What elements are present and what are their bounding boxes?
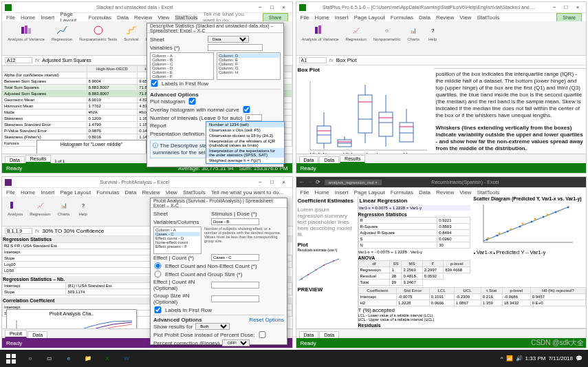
effect-input[interactable] xyxy=(211,254,259,261)
variance-icon[interactable] xyxy=(314,24,326,36)
share-button[interactable]: Share xyxy=(263,13,288,22)
vars-source-list[interactable]: Column - AColumn - BColumn - CColumn - D… xyxy=(150,52,214,80)
tray-date[interactable]: 7/11/2018 xyxy=(548,355,573,361)
plot-hist-check[interactable] xyxy=(188,98,197,105)
minimize-button[interactable]: − xyxy=(549,4,560,11)
worksheet[interactable]: Linear Regression Var1-x = 0.0075 + 1.22… xyxy=(358,196,587,328)
labels-check[interactable] xyxy=(153,306,162,313)
excel-icon xyxy=(299,4,306,11)
overlay-check[interactable] xyxy=(242,106,251,113)
nonparam-icon[interactable]: ○ xyxy=(380,24,393,36)
menu-formulas[interactable]: Formulas xyxy=(89,14,111,21)
percent-select[interactable]: OFF% xyxy=(222,339,250,346)
svg-point-54 xyxy=(307,274,309,275)
plot-probit-check[interactable] xyxy=(258,331,267,338)
edge-icon[interactable]: e xyxy=(59,351,78,366)
maximize-button[interactable]: □ xyxy=(267,179,278,186)
size2-input[interactable] xyxy=(211,295,259,302)
menu-view[interactable]: View xyxy=(157,14,169,21)
maximize-button[interactable]: □ xyxy=(267,4,278,11)
vars-selected-list[interactable]: Column: DColumn: EColumn: FColumn: GColu… xyxy=(217,52,281,80)
variance-icon[interactable] xyxy=(20,24,32,36)
reset-link[interactable]: Reset Options xyxy=(249,317,284,323)
survival-icon[interactable] xyxy=(125,24,138,36)
charts-icon[interactable]: 📊 xyxy=(407,24,420,36)
svg-point-72 xyxy=(534,218,536,220)
minimize-button[interactable]: − xyxy=(255,4,266,11)
menu-file[interactable]: File xyxy=(6,14,15,21)
search-icon[interactable]: ○ xyxy=(21,351,40,366)
tray-time[interactable]: 1:33 PM xyxy=(525,355,546,361)
cell-ref[interactable] xyxy=(5,228,32,234)
boxplot-chart[interactable]: High Non-OECDHigh OECDLowLower-middleUpp… xyxy=(296,74,434,154)
fx-icon[interactable]: fx xyxy=(35,57,39,63)
svg-point-68 xyxy=(488,238,490,240)
variance-icon[interactable] xyxy=(9,199,21,211)
close-button[interactable]: × xyxy=(572,4,583,11)
tab-data[interactable]: Data xyxy=(5,156,25,163)
svg-rect-77 xyxy=(12,359,16,364)
labels-first-check[interactable] xyxy=(150,80,159,87)
tab-results[interactable]: Results xyxy=(25,155,51,163)
radio-effect-noneffect[interactable] xyxy=(153,262,162,269)
regression-icon[interactable]: 📈 xyxy=(34,199,47,211)
menu-home[interactable]: Home xyxy=(21,14,35,21)
help-icon[interactable]: ? xyxy=(77,199,89,211)
share-button[interactable]: Share xyxy=(556,13,582,22)
tray-notifications-icon[interactable]: 💬 xyxy=(576,355,582,361)
start-button[interactable] xyxy=(1,351,21,366)
svg-point-65 xyxy=(543,216,545,218)
close-button[interactable]: × xyxy=(279,179,290,186)
intervals-input[interactable] xyxy=(246,114,262,121)
window-title: StatPlus Pro 6.5.1-0 – [C:\Users\me\AppD… xyxy=(309,5,549,10)
report-dropdown[interactable]: Number of 1234 (cell) Observation x Obs … xyxy=(206,121,285,164)
taskbar: ○ ▭ e 📁 X W ^ 📶 🔊 1:33 PM 7/11/2018 💬 xyxy=(0,350,588,367)
menu-review[interactable]: Review xyxy=(134,14,152,21)
eff2-input[interactable] xyxy=(211,282,259,289)
svg-point-71 xyxy=(522,223,524,225)
forward-icon[interactable]: → xyxy=(307,179,313,185)
menu-data[interactable]: Data xyxy=(117,14,129,21)
svg-point-3 xyxy=(94,26,102,34)
regression-icon[interactable]: 📈 xyxy=(350,24,362,36)
cell-ref[interactable] xyxy=(299,57,327,63)
maximize-button[interactable]: □ xyxy=(560,4,571,11)
sheet-select[interactable]: Data xyxy=(208,36,249,43)
vars-list[interactable]: Column - ACases - CEffect count - DNone-… xyxy=(153,227,202,254)
svg-point-67 xyxy=(567,207,569,209)
svg-rect-74 xyxy=(6,354,10,358)
svg-rect-18 xyxy=(315,27,318,34)
refresh-icon[interactable]: ⟳ xyxy=(316,179,320,185)
worksheet[interactable]: Box Plot High Non-OECDHigh OECDLowLower-… xyxy=(296,65,434,154)
show-select[interactable]: Both xyxy=(195,323,230,330)
histogram-chart[interactable]: Histogram for "Lower middle" xyxy=(36,140,146,154)
fx-icon[interactable]: fx xyxy=(329,57,334,63)
charts-icon[interactable]: 📊 xyxy=(58,199,70,211)
close-button[interactable]: × xyxy=(279,4,290,11)
menu-insert[interactable]: Insert xyxy=(41,14,54,21)
nonparam-icon[interactable] xyxy=(92,24,105,36)
explorer-icon[interactable]: 📁 xyxy=(78,351,98,366)
svg-rect-2 xyxy=(28,28,31,34)
stim-input[interactable] xyxy=(211,218,259,225)
pane-probit: Survival - ProbitAnalysis – Excel −□× Fi… xyxy=(1,176,293,348)
taskview-icon[interactable]: ▭ xyxy=(40,351,59,366)
help-icon[interactable]: ? xyxy=(426,24,439,36)
excel-icon xyxy=(5,4,12,11)
excel-taskbar-icon[interactable]: X xyxy=(98,351,117,366)
radio-effect-groupsize[interactable] xyxy=(153,271,162,277)
word-taskbar-icon[interactable]: W xyxy=(117,351,136,366)
probit-chart[interactable]: Probit Analysis Cha.. xyxy=(6,309,137,328)
tray-volume-icon[interactable]: 🔊 xyxy=(516,355,523,361)
back-icon[interactable]: ← xyxy=(299,179,305,185)
cell-ref[interactable] xyxy=(5,57,32,63)
minimize-button[interactable]: − xyxy=(255,179,266,186)
tray-wifi-icon[interactable]: 📶 xyxy=(506,355,513,361)
regression-icon[interactable] xyxy=(56,24,68,36)
scatter-chart[interactable] xyxy=(473,201,576,249)
menu-stattools[interactable]: StatTools xyxy=(175,14,197,21)
browser-tab[interactable]: analysis_regression_mul × xyxy=(325,180,382,185)
tray-up-icon[interactable]: ^ xyxy=(501,355,503,361)
svg-point-63 xyxy=(519,226,521,228)
variables-input[interactable] xyxy=(208,44,263,51)
